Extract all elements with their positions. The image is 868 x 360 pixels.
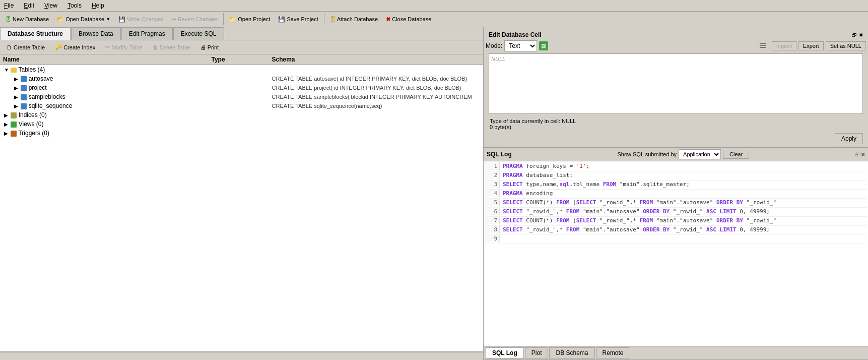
tree-row[interactable]: ▶ sqlite_sequence CREATE TABLE sqlite_se… [0,101,483,110]
table-icon [21,76,27,82]
sql-log-minimize-icon[interactable]: 🗗 [855,152,860,157]
sql-log-line: 4PRAGMA encoding [485,190,867,199]
line-number: 5 [485,199,500,206]
tree-row[interactable]: ▼ Tables (4) [0,65,483,74]
tree-row[interactable]: ▶ Indices (0) [0,110,483,119]
revert-changes-button[interactable]: ↩ Revert Changes [168,14,222,25]
sql-log-icons: 🗗 ✖ [855,152,865,157]
tab-edit-pragmas[interactable]: Edit Pragmas [121,27,173,40]
menu-file[interactable]: File [2,1,16,10]
expand-arrow: ▶ [4,131,9,136]
expand-arrow: ▶ [14,85,19,91]
line-number: 1 [485,162,500,170]
cell-type-info: Type of data currently in cell: NULL [490,118,862,124]
create-index-button[interactable]: 🔑 Create Index [50,42,100,52]
attach-database-button[interactable]: 🗄 Attach Database [326,14,381,24]
window-close-icon[interactable]: ✖ [859,32,863,38]
line-content: SELECT "_rowid_",* FROM "main"."autosave… [500,226,773,233]
tree-header: Name Type Schema [0,54,483,65]
create-table-button[interactable]: 🗋 Create Table [2,42,49,52]
sql-filter-select[interactable]: Application User [679,149,721,159]
line-number: 4 [485,190,500,197]
line-number: 9 [485,235,500,243]
line-content: SELECT COUNT(*) FROM (SELECT "_rowid_",*… [500,199,779,206]
edit-cell-header: Edit Database Cell 🗗 ✖ [486,29,866,40]
tree-row[interactable]: ▶ sampleblocks CREATE TABLE sampleblocks… [0,92,483,101]
menu-tools[interactable]: Tools [65,1,84,10]
sql-log-line: 5SELECT COUNT(*) FROM (SELECT "_rowid_",… [485,199,867,208]
open-project-icon: 📁 [229,16,236,23]
hscroll[interactable] [0,351,483,359]
btab-db-schema[interactable]: DB Schema [549,347,594,358]
line-number: 6 [485,208,500,215]
close-db-icon: ✖ [386,16,390,23]
sql-log-controls: Show SQL submitted by Application User C… [617,149,749,159]
tree-row[interactable]: ▶ Triggers (0) [0,129,483,138]
tab-browse-data[interactable]: Browse Data [71,27,121,40]
menu-help[interactable]: Help [90,1,106,10]
print-button[interactable]: 🖨 Print [196,42,224,52]
triggers-icon [11,131,17,137]
window-min-icon[interactable]: 🗗 [852,32,857,38]
main-tabs: Database Structure Browse Data Edit Prag… [0,27,483,40]
sql-log-content: 1PRAGMA foreign_keys = '1';2PRAGMA datab… [484,161,868,346]
menubar: File Edit View Tools Help [0,0,868,12]
expand-arrow: ▶ [14,94,19,100]
bottom-tabs: SQL Log Plot DB Schema Remote [484,346,868,359]
open-database-button[interactable]: 📂 Open Database ▼ [53,14,114,25]
col-name: Name [3,56,212,63]
close-database-button[interactable]: ✖ Close Database [382,14,435,25]
right-panel: Edit Database Cell 🗗 ✖ Mode: Text Binary… [484,27,868,359]
expand-arrow: ▶ [14,76,19,82]
modify-table-button[interactable]: ✏ Modify Table [101,42,147,52]
clear-button[interactable]: Clear [723,150,749,159]
mode-select[interactable]: Text Binary Image [504,40,537,51]
menu-view[interactable]: View [42,1,59,10]
sql-log-line: 7SELECT COUNT(*) FROM (SELECT "_rowid_",… [485,217,867,226]
cell-editor[interactable]: NULL [489,53,863,114]
sql-log-close-icon[interactable]: ✖ [861,152,865,157]
table-icon [21,103,27,109]
write-icon: 💾 [118,16,125,23]
set-null-button[interactable]: Set as NULL [826,41,866,50]
table-icon [21,94,27,100]
sql-log-line: 3SELECT type,name,sql,tbl_name FROM "mai… [485,181,867,190]
btab-plot[interactable]: Plot [525,347,549,358]
btab-remote[interactable]: Remote [596,347,630,358]
btab-sql-log[interactable]: SQL Log [486,347,524,358]
expand-arrow: ▼ [4,67,9,73]
edit-cell-title: Edit Database Cell [489,31,542,38]
cell-null-text: NULL [491,56,505,62]
apply-button[interactable]: Apply [835,133,863,144]
create-table-icon: 🗋 [7,44,12,50]
revert-icon: ↩ [172,16,176,23]
import-button[interactable]: Import [772,41,796,50]
line-content: PRAGMA database_list; [500,171,576,179]
subtoolbar: 🗋 Create Table 🔑 Create Index ✏ Modify T… [0,40,483,54]
sql-log-line: 9 [485,235,867,244]
new-database-button[interactable]: 🗄 New Database [2,14,52,24]
export-button[interactable]: Export [798,41,824,50]
tree-row[interactable]: ▶ project CREATE TABLE project( id INTEG… [0,83,483,92]
open-project-button[interactable]: 📁 Open Project [226,14,274,25]
write-changes-button[interactable]: 💾 Write Changes [115,14,167,25]
views-icon [11,122,17,128]
tree-row[interactable]: ▶ Views (0) [0,119,483,129]
toolbar-separator-2 [324,13,324,25]
menu-edit[interactable]: Edit [22,1,36,10]
tab-execute-sql[interactable]: Execute SQL [173,27,224,40]
mode-icon-button[interactable]: 🖼 [539,41,548,50]
line-number: 8 [485,226,500,233]
line-number: 3 [485,181,500,188]
tab-database-structure[interactable]: Database Structure [0,27,71,40]
save-project-icon: 💾 [278,16,285,23]
delete-table-button[interactable]: 🗑 Delete Table [148,42,195,52]
table-icon [21,85,27,91]
expand-arrow: ▶ [14,103,19,109]
toolbar: 🗄 New Database 📂 Open Database ▼ 💾 Write… [0,12,868,27]
save-project-button[interactable]: 💾 Save Project [275,14,321,25]
toolbar-separator-1 [223,13,224,25]
tree-row[interactable]: ▶ autosave CREATE TABLE autosave( id INT… [0,74,483,83]
cell-size-info: 0 byte(s) [490,124,862,130]
sql-log-line: 2PRAGMA database_list; [485,171,867,181]
